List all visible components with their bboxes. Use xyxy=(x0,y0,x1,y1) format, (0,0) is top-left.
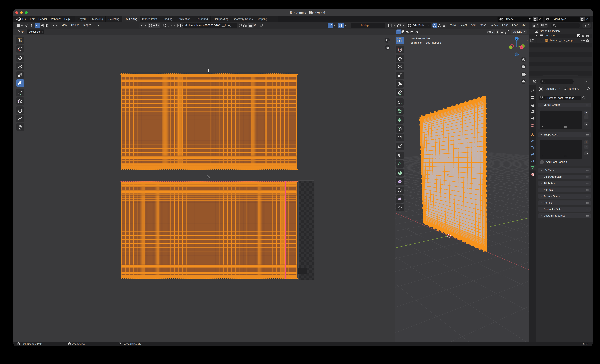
svg-text:Z: Z xyxy=(516,37,517,40)
svg-text:X: X xyxy=(521,46,522,48)
